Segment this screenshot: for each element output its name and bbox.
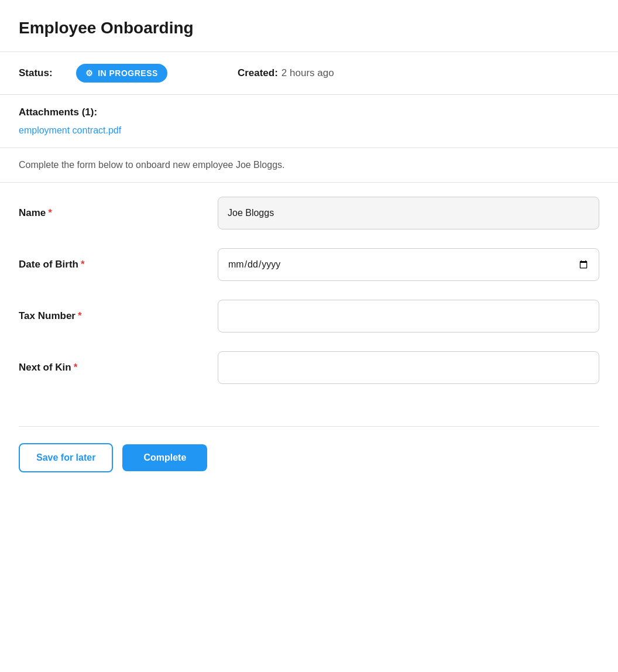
complete-button[interactable]: Complete <box>122 444 207 471</box>
page-title: Employee Onboarding <box>19 19 599 37</box>
kin-input[interactable] <box>218 351 599 384</box>
kin-label: Next of Kin * <box>19 362 218 373</box>
status-row: Status: ⚙ IN PROGRESS Created: 2 hours a… <box>19 52 599 94</box>
created-label: Created: <box>238 67 278 79</box>
tax-required-star: * <box>78 310 82 322</box>
tax-input[interactable] <box>218 300 599 332</box>
tax-label: Tax Number * <box>19 310 218 322</box>
action-bar: Save for later Complete <box>19 426 599 472</box>
gear-icon: ⚙ <box>85 68 94 78</box>
name-required-star: * <box>48 207 52 219</box>
attachment-link[interactable]: employment contract.pdf <box>19 125 121 135</box>
dob-label: Date of Birth * <box>19 259 218 270</box>
attachments-title: Attachments (1): <box>19 107 599 118</box>
form-row-kin: Next of Kin * <box>19 351 599 384</box>
name-input[interactable] <box>218 197 599 229</box>
status-badge-text: IN PROGRESS <box>98 68 158 78</box>
attachments-section: Attachments (1): employment contract.pdf <box>19 95 599 148</box>
dob-input[interactable] <box>218 248 599 281</box>
form-section: Name * Date of Birth * Tax Number * Next <box>19 183 599 426</box>
description-section: Complete the form below to onboard new e… <box>19 148 599 182</box>
created-section: Created: 2 hours ago <box>238 67 334 79</box>
created-value: 2 hours ago <box>281 67 334 79</box>
form-row-tax: Tax Number * <box>19 300 599 332</box>
page-container: Employee Onboarding Status: ⚙ IN PROGRES… <box>0 0 618 496</box>
form-row-dob: Date of Birth * <box>19 248 599 281</box>
save-for-later-button[interactable]: Save for later <box>19 443 113 472</box>
dob-required-star: * <box>81 259 85 270</box>
status-label: Status: <box>19 67 53 79</box>
kin-required-star: * <box>74 362 78 373</box>
name-label: Name * <box>19 207 218 219</box>
form-row-name: Name * <box>19 197 599 229</box>
description-text: Complete the form below to onboard new e… <box>19 160 599 170</box>
status-badge: ⚙ IN PROGRESS <box>76 64 167 83</box>
